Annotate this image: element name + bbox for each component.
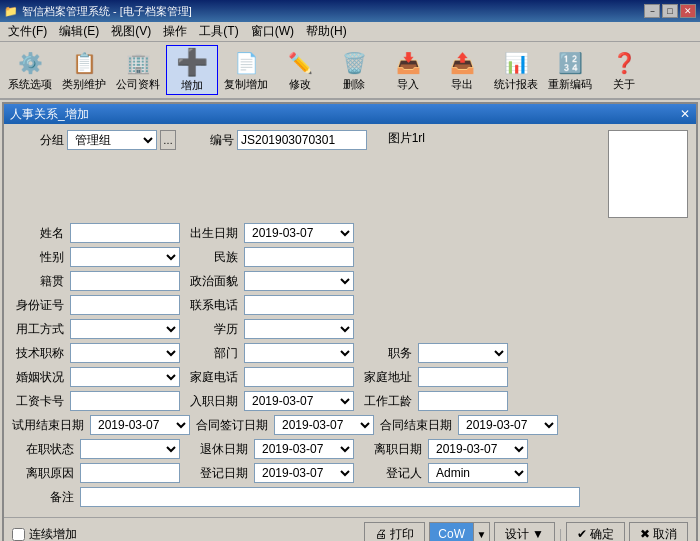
- origin-input[interactable]: [70, 271, 180, 291]
- design-button[interactable]: 设计 ▼: [494, 522, 555, 541]
- contract-sign-label: 合同签订日期: [196, 417, 268, 434]
- design-dropdown-icon: ▼: [532, 527, 544, 541]
- nation-input[interactable]: [244, 247, 354, 267]
- on-job-label: 在职状态: [12, 441, 74, 458]
- on-job-select[interactable]: [80, 439, 180, 459]
- continuous-add-checkbox[interactable]: [12, 528, 25, 541]
- menu-help[interactable]: 帮助(H): [300, 21, 353, 42]
- group-browse-button[interactable]: …: [160, 130, 176, 150]
- leave-reason-label: 离职原因: [12, 465, 74, 482]
- toolbar-system-options[interactable]: ⚙️ 系统选项: [4, 45, 56, 95]
- menu-edit[interactable]: 编辑(E): [53, 21, 105, 42]
- company-icon: 🏢: [122, 48, 154, 77]
- id-input[interactable]: [70, 295, 180, 315]
- recode-icon: 🔢: [554, 48, 586, 77]
- toolbar-copy-add[interactable]: 📄 复制增加: [220, 45, 272, 95]
- group-select[interactable]: 管理组: [67, 130, 157, 150]
- code-input[interactable]: [237, 130, 367, 150]
- note-input[interactable]: [80, 487, 580, 507]
- app-icon: 📁: [4, 5, 18, 18]
- toolbar-import[interactable]: 📥 导入: [382, 45, 434, 95]
- toolbar-export[interactable]: 📤 导出: [436, 45, 488, 95]
- cow-dropdown-button[interactable]: ▼: [474, 522, 490, 541]
- menu-operation[interactable]: 操作: [157, 21, 193, 42]
- cancel-button[interactable]: ✖ 取消: [629, 522, 688, 541]
- leave-date-select[interactable]: 2019-03-07: [428, 439, 528, 459]
- registrar-label: 登记人: [360, 465, 422, 482]
- delete-icon: 🗑️: [338, 48, 370, 77]
- menu-tools[interactable]: 工具(T): [193, 21, 244, 42]
- dept-select[interactable]: [244, 343, 354, 363]
- confirm-button[interactable]: ✔ 确定: [566, 522, 625, 541]
- recode-label: 重新编码: [548, 77, 592, 92]
- family-phone-label: 家庭电话: [186, 369, 238, 386]
- trial-end-select[interactable]: 2019-03-07: [90, 415, 190, 435]
- work-type-select[interactable]: [70, 319, 180, 339]
- toolbar-about[interactable]: ❓ 关于: [598, 45, 650, 95]
- birth-label: 出生日期: [186, 225, 238, 242]
- reg-date-select[interactable]: 2019-03-07: [254, 463, 354, 483]
- entry-date-select[interactable]: 2019-03-07: [244, 391, 354, 411]
- family-addr-label: 家庭地址: [360, 369, 412, 386]
- birth-select[interactable]: 2019-03-07: [244, 223, 354, 243]
- import-label: 导入: [397, 77, 419, 92]
- name-input[interactable]: [70, 223, 180, 243]
- retire-date-label: 退休日期: [186, 441, 248, 458]
- position-select[interactable]: [418, 343, 508, 363]
- photo-label: 图片1rl: [373, 130, 425, 147]
- toolbar-delete[interactable]: 🗑️ 删除: [328, 45, 380, 95]
- marriage-select[interactable]: [70, 367, 180, 387]
- tech-title-label: 技术职称: [12, 345, 64, 362]
- window-close-button[interactable]: ✕: [680, 4, 696, 18]
- retire-date-select[interactable]: 2019-03-07: [254, 439, 354, 459]
- nation-label: 民族: [186, 249, 238, 266]
- category-label: 类别维护: [62, 77, 106, 92]
- toolbar-category[interactable]: 📋 类别维护: [58, 45, 110, 95]
- report-icon: 📊: [500, 48, 532, 77]
- contract-end-label: 合同结束日期: [380, 417, 452, 434]
- title-bar: 📁 智信档案管理系统 - [电子档案管理] － □ ✕: [0, 0, 700, 22]
- toolbar-report[interactable]: 📊 统计报表: [490, 45, 542, 95]
- contract-sign-select[interactable]: 2019-03-07: [274, 415, 374, 435]
- entry-date-label: 入职日期: [186, 393, 238, 410]
- import-icon: 📥: [392, 48, 424, 77]
- form-title: 人事关系_增加: [10, 106, 89, 123]
- toolbar-add[interactable]: ➕ 增加: [166, 45, 218, 95]
- leave-date-label: 离职日期: [360, 441, 422, 458]
- edu-select[interactable]: [244, 319, 354, 339]
- menu-view[interactable]: 视图(V): [105, 21, 157, 42]
- minimize-button[interactable]: －: [644, 4, 660, 18]
- print-button[interactable]: 🖨 打印: [364, 522, 425, 541]
- toolbar-recode[interactable]: 🔢 重新编码: [544, 45, 596, 95]
- registrar-select[interactable]: Admin: [428, 463, 528, 483]
- form-close-icon[interactable]: ✕: [680, 107, 690, 121]
- cow-button[interactable]: CoW: [429, 522, 474, 541]
- edu-label: 学历: [186, 321, 238, 338]
- code-label: 编号: [182, 132, 234, 149]
- toolbar-company[interactable]: 🏢 公司资料: [112, 45, 164, 95]
- group-label: 分组: [12, 132, 64, 149]
- export-label: 导出: [451, 77, 473, 92]
- menu-window[interactable]: 窗口(W): [245, 21, 300, 42]
- print-icon: 🖨: [375, 527, 387, 541]
- gender-label: 性别: [12, 249, 64, 266]
- gender-select[interactable]: [70, 247, 180, 267]
- family-phone-input[interactable]: [244, 367, 354, 387]
- political-select[interactable]: [244, 271, 354, 291]
- phone-input[interactable]: [244, 295, 354, 315]
- toolbar-modify[interactable]: ✏️ 修改: [274, 45, 326, 95]
- maximize-button[interactable]: □: [662, 4, 678, 18]
- name-label: 姓名: [12, 225, 64, 242]
- id-label: 身份证号: [12, 297, 64, 314]
- tech-title-select[interactable]: [70, 343, 180, 363]
- export-icon: 📤: [446, 48, 478, 77]
- cancel-icon: ✖: [640, 527, 650, 541]
- menu-file[interactable]: 文件(F): [2, 21, 53, 42]
- family-addr-input[interactable]: [418, 367, 508, 387]
- work-age-input[interactable]: [418, 391, 508, 411]
- dept-label: 部门: [186, 345, 238, 362]
- bank-card-input[interactable]: [70, 391, 180, 411]
- contract-end-select[interactable]: 2019-03-07: [458, 415, 558, 435]
- add-label: 增加: [181, 78, 203, 93]
- leave-reason-input[interactable]: [80, 463, 180, 483]
